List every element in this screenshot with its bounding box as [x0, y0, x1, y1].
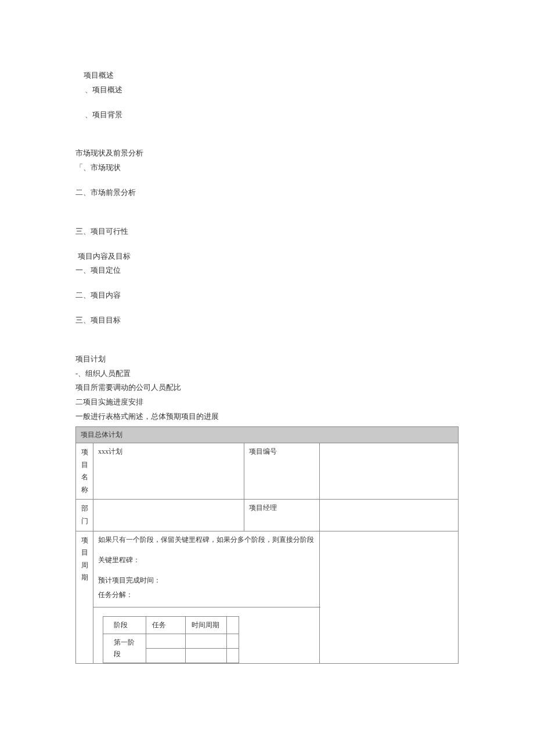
cell-pm-value [320, 500, 459, 531]
table-row: 部门 项目经理 [76, 500, 459, 531]
period-desc: 如果只有一个阶段，保留关键里程碑，如果分多个阶段，则直接分阶段 [98, 534, 315, 545]
sub-item: 三、项目目标 [75, 314, 459, 327]
inner-header-duration: 时间周期 [185, 617, 226, 634]
inner-header-task: 任务 [146, 617, 186, 634]
section-title-overview: 项目概述 [75, 70, 459, 82]
section-title-plan: 项目计划 [75, 353, 459, 366]
sub-item: 、项目概述 [75, 84, 459, 96]
inner-cell-phase1: 第一阶段 [103, 634, 146, 663]
body-text: 项目所需要调动的公司人员配比 [75, 382, 459, 394]
sub-item: 二、项目内容 [75, 290, 459, 302]
table-row: 项目周期 如果只有一个阶段，保留关键里程碑，如果分多个阶段，则直接分阶段 关键里… [76, 531, 459, 607]
cell-label-project-no: 项目编号 [244, 443, 320, 499]
inner-cell [185, 634, 226, 649]
sub-item: -、组织人员配置 [75, 368, 459, 380]
sub-item: 、项目背景 [75, 109, 459, 121]
cell-label-pm: 项目经理 [244, 500, 320, 531]
sub-item: 二、市场前景分析 [75, 187, 459, 199]
sub-item: 一、项目定位 [75, 265, 459, 277]
cell-project-no-value [320, 443, 459, 499]
sub-item: 「、市场现状 [75, 162, 459, 174]
section-title-market: 市场现状及前景分析 [75, 147, 459, 160]
table-row: 阶段 任务 时间周期 第一阶段 [76, 607, 459, 664]
inner-cell [146, 649, 186, 663]
cell-dept-value [93, 500, 244, 531]
inner-cell [146, 634, 186, 649]
period-milestone: 关键里程碑： [98, 555, 315, 566]
period-eta: 预计项目完成时间： [98, 575, 315, 586]
cell-label-dept: 部门 [76, 500, 93, 531]
project-plan-table: 项目总体计划 项目名称 xxx计划 项目编号 部门 项目经理 项目周期 如果只有… [75, 426, 459, 664]
cell-label-period: 项目周期 [76, 531, 93, 663]
sub-item: 三、项目可行性 [75, 226, 459, 238]
table-header: 项目总体计划 [76, 426, 459, 443]
sub-item: 二项目实施进度安排 [75, 396, 459, 408]
cell-project-name-value: xxx计划 [93, 443, 244, 499]
table-row: 项目名称 xxx计划 项目编号 [76, 443, 459, 499]
period-breakdown: 任务分解： [98, 589, 315, 601]
cell-period-content: 如果只有一个阶段，保留关键里程碑，如果分多个阶段，则直接分阶段 关键里程碑： 预… [93, 531, 320, 607]
inner-cell [185, 649, 226, 663]
inner-header-blank [226, 617, 239, 634]
body-text: 一般进行表格式阐述，总体预期项目的进展 [75, 411, 459, 423]
section-title-content: 项目内容及目标 [75, 251, 459, 263]
inner-cell [226, 634, 239, 649]
cell-label-project-name: 项目名称 [76, 443, 93, 499]
task-breakdown-table: 阶段 任务 时间周期 第一阶段 [103, 616, 239, 663]
inner-header-phase: 阶段 [103, 617, 146, 634]
inner-cell [226, 649, 239, 663]
